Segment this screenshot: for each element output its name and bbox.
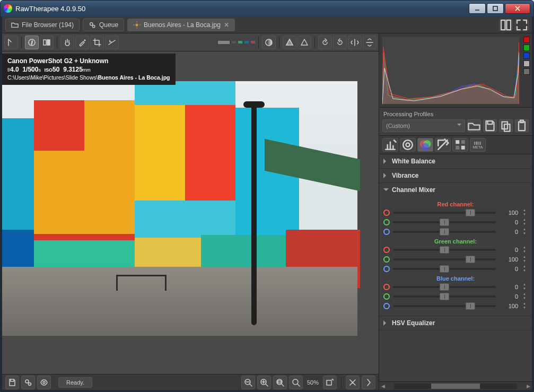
arrow-tool[interactable] xyxy=(4,36,18,49)
svg-point-5 xyxy=(92,25,94,27)
slider-green-r[interactable] xyxy=(393,249,496,251)
crop-tool[interactable] xyxy=(90,36,104,49)
soft-proof-button[interactable] xyxy=(262,36,276,49)
tab-queue[interactable]: Queue xyxy=(83,19,124,31)
histo-toggle-blue[interactable] xyxy=(523,53,530,59)
reset-blue-b[interactable] xyxy=(383,303,390,309)
reset-blue-r[interactable] xyxy=(383,284,390,290)
stepper-blue-b[interactable]: ▲▼ xyxy=(521,302,528,310)
slider-red-b[interactable] xyxy=(393,231,496,233)
editor-pane: i xyxy=(2,33,379,390)
panels-toggle-button[interactable] xyxy=(499,19,513,31)
right-panel-scrollbar[interactable]: ◀ ▶ xyxy=(379,381,532,390)
slider-blue-b[interactable] xyxy=(393,305,496,307)
svg-line-25 xyxy=(266,384,268,386)
histo-toggle-green[interactable] xyxy=(523,45,530,51)
external-editor-button[interactable] xyxy=(37,376,51,389)
reset-blue-g[interactable] xyxy=(383,293,390,300)
tab-metadata[interactable]: META xyxy=(470,138,486,152)
panel-channel-mixer[interactable]: Channel Mixer xyxy=(379,183,532,197)
value-red-r: 100 xyxy=(499,210,518,216)
panel-white-balance[interactable]: White Balance xyxy=(379,154,532,168)
straighten-tool[interactable] xyxy=(105,36,119,49)
rotate-right-button[interactable] xyxy=(333,36,347,49)
slider-blue-g[interactable] xyxy=(393,295,496,298)
minimize-button[interactable] xyxy=(469,3,486,14)
tab-transform[interactable] xyxy=(435,138,451,152)
rotate-left-button[interactable] xyxy=(318,36,332,49)
toggle-right-panel-button[interactable] xyxy=(362,376,375,389)
slider-green-b[interactable] xyxy=(393,268,496,270)
tab-file-browser[interactable]: File Browser (194) xyxy=(5,19,80,31)
stepper-green-r[interactable]: ▲▼ xyxy=(521,246,528,254)
reset-green-r[interactable] xyxy=(383,247,390,253)
panel-hsv-equalizer[interactable]: HSV Equalizer xyxy=(379,316,532,330)
histo-toggle-luma[interactable] xyxy=(523,60,530,67)
histogram[interactable] xyxy=(379,33,532,108)
stepper-red-r[interactable]: ▲▼ xyxy=(521,208,528,217)
flip-h-button[interactable] xyxy=(348,36,362,49)
highlight-clip-button[interactable] xyxy=(297,36,311,49)
canvas-area[interactable]: Canon PowerShot G2 + Unknown f/4.0 1/500… xyxy=(2,51,379,374)
reset-green-g[interactable] xyxy=(383,256,390,263)
info-button[interactable]: i xyxy=(25,36,39,49)
slider-blue-r[interactable] xyxy=(393,286,496,288)
svg-rect-12 xyxy=(507,20,511,30)
scroll-left-icon[interactable]: ◀ xyxy=(379,384,387,389)
tab-image[interactable]: Buenos Aires - La Boca.jpg ✕ xyxy=(127,19,235,31)
slider-red-r[interactable] xyxy=(393,212,496,214)
profile-copy-button[interactable] xyxy=(499,119,513,132)
stepper-blue-r[interactable]: ▲▼ xyxy=(521,283,528,291)
background-picker[interactable] xyxy=(218,41,255,44)
status-bar: Ready. 50% xyxy=(2,374,379,390)
tab-close-icon[interactable]: ✕ xyxy=(224,21,229,29)
titlebar[interactable]: RawTherapee 4.0.9.50 xyxy=(1,1,533,16)
reset-red-g[interactable] xyxy=(383,219,390,225)
tab-exposure[interactable] xyxy=(382,138,398,152)
reset-red-b[interactable] xyxy=(383,229,390,235)
toggle-left-panel-button[interactable] xyxy=(346,376,360,389)
stepper-green-g[interactable]: ▲▼ xyxy=(521,255,528,264)
value-blue-b: 100 xyxy=(499,303,518,309)
panel-vibrance[interactable]: Vibrance xyxy=(379,169,532,182)
queue-add-button[interactable] xyxy=(21,376,35,389)
new-detail-button[interactable] xyxy=(323,376,337,389)
zoom-100-button[interactable] xyxy=(289,376,303,389)
flip-v-button[interactable] xyxy=(363,36,377,49)
tab-color[interactable] xyxy=(417,138,433,152)
stepper-red-g[interactable]: ▲▼ xyxy=(521,218,528,227)
stepper-red-b[interactable]: ▲▼ xyxy=(521,228,528,236)
histo-toggle-red[interactable] xyxy=(523,37,530,43)
scroll-right-icon[interactable]: ▶ xyxy=(524,384,532,389)
shadow-clip-button[interactable] xyxy=(283,36,296,49)
zoom-in-button[interactable] xyxy=(257,376,271,389)
editor-toolbar: i xyxy=(2,33,379,51)
profile-paste-button[interactable] xyxy=(515,119,529,132)
iso-value: 50 xyxy=(52,66,59,73)
slider-green-g[interactable] xyxy=(393,258,496,260)
fullscreen-button[interactable] xyxy=(515,19,529,31)
before-after-button[interactable] xyxy=(40,36,54,49)
zoom-fit-button[interactable] xyxy=(273,376,287,389)
right-panel: Processing Profiles (Custom) xyxy=(379,33,532,390)
processing-profiles-heading: Processing Profiles xyxy=(379,108,532,119)
picker-tool[interactable] xyxy=(75,36,89,49)
profile-select[interactable]: (Custom) xyxy=(382,119,465,132)
tool-panels[interactable]: White Balance Vibrance Channel Mixer Red… xyxy=(379,154,532,381)
zoom-out-button[interactable] xyxy=(241,376,255,389)
histo-toggle-raw[interactable] xyxy=(523,68,530,75)
close-window-button[interactable] xyxy=(505,3,530,14)
tab-detail[interactable] xyxy=(400,138,416,152)
tab-raw[interactable] xyxy=(452,138,468,152)
slider-red-g[interactable] xyxy=(393,221,496,223)
profile-load-button[interactable] xyxy=(467,119,481,132)
stepper-green-b[interactable]: ▲▼ xyxy=(521,265,528,273)
image-preview[interactable] xyxy=(2,81,357,336)
profile-save-button[interactable] xyxy=(483,119,497,132)
save-button[interactable] xyxy=(5,376,19,389)
stepper-blue-g[interactable]: ▲▼ xyxy=(521,292,528,301)
hand-tool[interactable] xyxy=(60,36,74,49)
maximize-button[interactable] xyxy=(487,3,504,14)
reset-green-b[interactable] xyxy=(383,266,390,272)
reset-red-r[interactable] xyxy=(383,210,390,216)
